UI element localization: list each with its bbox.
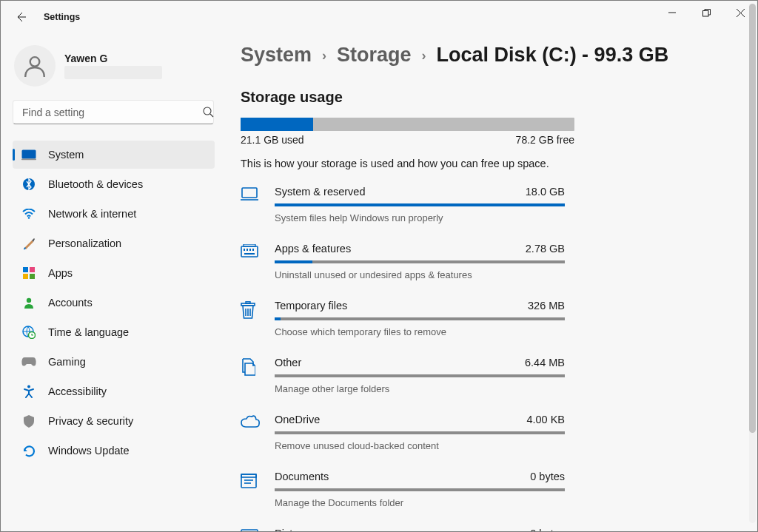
svg-rect-19	[242, 188, 257, 198]
svg-rect-23	[246, 249, 248, 251]
category-desc: System files help Windows run properly	[275, 212, 565, 223]
category-desc: Uninstall unused or undesired apps & fea…	[275, 269, 565, 280]
gamepad-icon	[21, 354, 36, 369]
nav-windows-update[interactable]: Windows Update	[13, 437, 215, 465]
svg-line-6	[210, 114, 213, 117]
scrollbar-thumb[interactable]	[749, 4, 756, 433]
search-input[interactable]	[13, 100, 214, 124]
nav-label: Accounts	[48, 297, 93, 309]
svg-rect-25	[252, 249, 254, 251]
svg-rect-37	[241, 530, 258, 531]
category-size: 326 MB	[528, 300, 565, 312]
nav-personalization[interactable]: Personalization	[13, 229, 215, 257]
avatar	[14, 45, 56, 87]
nav-gaming[interactable]: Gaming	[13, 348, 215, 376]
category-icon	[241, 528, 275, 531]
user-profile[interactable]: Yawen G	[14, 45, 223, 87]
wifi-icon	[21, 206, 36, 221]
category-desc: Manage other large folders	[275, 383, 565, 394]
nav-network[interactable]: Network & internet	[13, 200, 215, 228]
category-desc: Choose which temporary files to remove	[275, 326, 565, 337]
globe-clock-icon	[21, 325, 36, 340]
svg-point-5	[204, 107, 211, 115]
category-bar	[275, 260, 565, 263]
category-bar	[275, 203, 565, 206]
nav-label: System	[48, 149, 84, 161]
storage-category[interactable]: Temporary files326 MBChoose which tempor…	[241, 300, 565, 337]
category-list: System & reserved18.0 GBSystem files hel…	[241, 186, 565, 531]
svg-rect-22	[244, 249, 245, 251]
category-icon	[241, 186, 275, 223]
nav-label: Bluetooth & devices	[48, 178, 143, 190]
storage-usage-fill	[241, 118, 313, 131]
nav-privacy[interactable]: Privacy & security	[13, 407, 215, 435]
nav-accounts[interactable]: Accounts	[13, 289, 215, 317]
accessibility-icon	[21, 384, 36, 399]
category-bar	[275, 431, 565, 434]
storage-category[interactable]: Apps & features2.78 GBUninstall unused o…	[241, 243, 565, 280]
breadcrumb-system[interactable]: System	[241, 44, 312, 67]
apps-icon	[21, 266, 36, 280]
category-size: 0 bytes	[530, 528, 565, 531]
category-icon	[241, 243, 275, 280]
category-desc: Manage the Documents folder	[275, 497, 565, 508]
user-name: Yawen G	[64, 53, 162, 64]
back-button[interactable]	[14, 10, 27, 24]
user-email-placeholder	[64, 66, 162, 79]
svg-rect-24	[249, 249, 251, 251]
category-size: 2.78 GB	[526, 243, 565, 255]
minimize-button[interactable]	[655, 1, 689, 24]
category-name: Documents	[275, 471, 329, 482]
svg-point-4	[30, 57, 40, 67]
category-icon	[241, 300, 275, 337]
breadcrumb: System › Storage › Local Disk (C:) - 99.…	[241, 44, 742, 67]
nav-label: Apps	[48, 267, 73, 279]
category-name: Temporary files	[275, 300, 347, 312]
nav-system[interactable]: System	[13, 141, 215, 169]
breadcrumb-storage[interactable]: Storage	[337, 44, 412, 67]
svg-rect-11	[23, 267, 28, 272]
svg-rect-1	[702, 10, 708, 16]
svg-rect-21	[241, 246, 258, 257]
nav-label: Privacy & security	[48, 415, 133, 427]
nav-apps[interactable]: Apps	[13, 259, 215, 287]
svg-rect-33	[241, 474, 256, 488]
category-desc: Remove unused cloud-backed content	[275, 440, 565, 451]
category-name: Apps & features	[275, 243, 351, 255]
storage-category[interactable]: Documents0 bytesManage the Documents fol…	[241, 471, 565, 508]
update-icon	[21, 443, 36, 458]
svg-rect-14	[30, 274, 35, 279]
storage-description: This is how your storage is used and how…	[241, 158, 742, 169]
nav-time-language[interactable]: Time & language	[13, 318, 215, 346]
svg-rect-34	[241, 474, 256, 477]
section-heading: Storage usage	[241, 89, 742, 106]
maximize-button[interactable]	[689, 1, 723, 24]
category-bar	[275, 374, 565, 377]
category-name: OneDrive	[275, 414, 320, 425]
chevron-right-icon: ›	[319, 48, 329, 64]
storage-category[interactable]: System & reserved18.0 GBSystem files hel…	[241, 186, 565, 223]
nav-accessibility[interactable]: Accessibility	[13, 377, 215, 405]
shield-icon	[21, 414, 36, 428]
svg-rect-26	[244, 253, 255, 255]
category-name: System & reserved	[275, 186, 366, 198]
category-icon	[241, 414, 275, 451]
nav-bluetooth[interactable]: Bluetooth & devices	[13, 170, 215, 198]
storage-usage-bar	[241, 118, 574, 131]
storage-category[interactable]: Pictures0 bytesManage the Pictures folde…	[241, 528, 565, 531]
svg-point-15	[27, 298, 31, 303]
nav-label: Accessibility	[48, 385, 107, 397]
storage-category[interactable]: Other6.44 MBManage other large folders	[241, 357, 565, 394]
category-icon	[241, 471, 275, 508]
nav-label: Time & language	[48, 326, 129, 338]
category-bar	[275, 317, 565, 320]
nav-label: Gaming	[48, 356, 86, 368]
category-icon	[241, 357, 275, 394]
category-name: Pictures	[275, 528, 313, 531]
category-size: 18.0 GB	[526, 186, 565, 198]
breadcrumb-current: Local Disk (C:) - 99.3 GB	[437, 44, 669, 67]
svg-rect-7	[22, 150, 36, 159]
storage-category[interactable]: OneDrive4.00 KBRemove unused cloud-backe…	[241, 414, 565, 451]
svg-point-18	[27, 385, 30, 388]
nav-label: Personalization	[48, 238, 121, 249]
